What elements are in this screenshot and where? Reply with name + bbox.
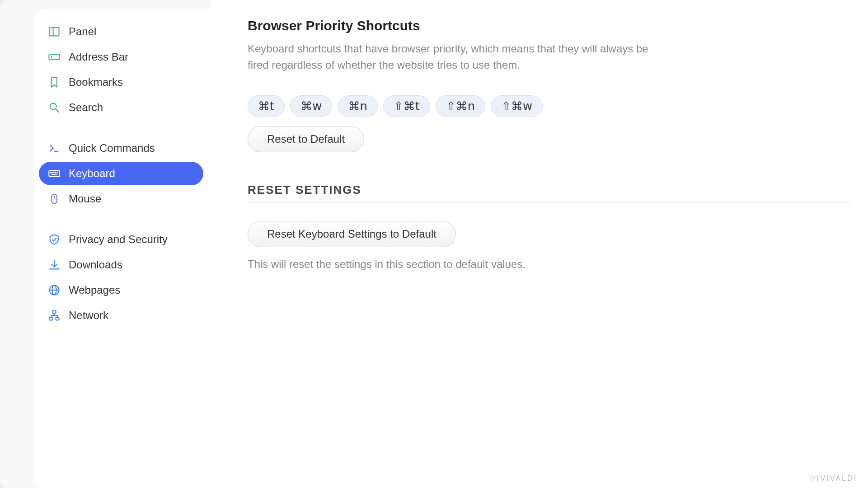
- divider: [248, 202, 850, 203]
- brand-label: V VIVALDI: [811, 474, 857, 483]
- sidebar-item-quickcommands[interactable]: Quick Commands: [39, 136, 203, 160]
- addressbar-icon: [48, 51, 61, 63]
- svg-point-11: [57, 172, 58, 173]
- download-icon: [48, 258, 61, 271]
- sidebar-item-search[interactable]: Search: [39, 96, 203, 119]
- settings-window: Panel Address Bar Bookmarks Search: [0, 0, 868, 488]
- quickcommands-icon: [48, 142, 61, 155]
- sidebar-item-downloads[interactable]: Downloads: [39, 253, 203, 277]
- reset-settings-header: RESET SETTINGS: [248, 183, 850, 197]
- shortcut-pill[interactable]: ⇧⌘w: [491, 95, 543, 117]
- sidebar-item-bookmarks[interactable]: Bookmarks: [39, 70, 203, 94]
- shortcut-pill[interactable]: ⌘n: [338, 95, 377, 117]
- sidebar-item-label: Keyboard: [69, 167, 115, 180]
- bookmark-icon: [48, 76, 61, 89]
- sidebar-item-label: Webpages: [69, 284, 120, 296]
- shortcut-pill[interactable]: ⌘t: [248, 95, 285, 117]
- network-icon: [48, 309, 61, 322]
- sidebar-item-label: Mouse: [69, 192, 101, 205]
- sidebar-item-label: Bookmarks: [69, 76, 123, 89]
- sidebar: Panel Address Bar Bookmarks Search: [0, 0, 211, 488]
- shield-icon: [48, 233, 61, 246]
- reset-keyboard-settings-button[interactable]: Reset Keyboard Settings to Default: [248, 221, 456, 247]
- sidebar-item-label: Search: [69, 101, 103, 114]
- sidebar-item-addressbar[interactable]: Address Bar: [39, 45, 203, 69]
- priority-shortcuts-title: Browser Priority Shortcuts: [248, 18, 850, 33]
- sidebar-item-label: Privacy and Security: [69, 233, 168, 246]
- svg-line-5: [56, 109, 59, 113]
- sidebar-item-panel[interactable]: Panel: [39, 20, 203, 43]
- divider: [211, 86, 868, 86]
- priority-shortcuts-desc: Keyboard shortcuts that have browser pri…: [248, 41, 654, 73]
- shortcut-pill[interactable]: ⇧⌘n: [436, 95, 485, 117]
- sidebar-item-label: Address Bar: [69, 51, 128, 63]
- keyboard-icon: [48, 167, 61, 180]
- sidebar-item-keyboard[interactable]: Keyboard: [39, 162, 203, 185]
- sidebar-item-label: Quick Commands: [69, 142, 155, 155]
- main-content: Browser Priority Shortcuts Keyboard shor…: [211, 0, 868, 488]
- svg-point-8: [51, 172, 52, 173]
- sidebar-item-network[interactable]: Network: [39, 304, 203, 327]
- shortcut-pill[interactable]: ⌘w: [290, 95, 332, 117]
- sidebar-item-label: Network: [69, 309, 108, 322]
- sidebar-item-label: Downloads: [69, 258, 122, 271]
- svg-rect-0: [50, 28, 59, 36]
- brand-text: VIVALDI: [821, 474, 857, 483]
- svg-rect-21: [56, 318, 59, 320]
- sidebar-item-webpages[interactable]: Webpages: [39, 278, 203, 302]
- mouse-icon: [48, 192, 61, 205]
- search-icon: [48, 101, 61, 114]
- vivaldi-icon: V: [811, 475, 818, 482]
- svg-rect-20: [50, 318, 53, 320]
- sidebar-item-privacy[interactable]: Privacy and Security: [39, 228, 203, 251]
- sidebar-item-mouse[interactable]: Mouse: [39, 187, 203, 211]
- svg-point-4: [50, 103, 56, 110]
- svg-rect-19: [53, 311, 56, 314]
- sidebar-inner: Panel Address Bar Bookmarks Search: [34, 9, 211, 488]
- svg-rect-7: [49, 170, 59, 177]
- svg-point-10: [55, 172, 56, 173]
- svg-point-9: [53, 172, 54, 173]
- shortcuts-list: ⌘t ⌘w ⌘n ⇧⌘t ⇧⌘n ⇧⌘w: [248, 95, 850, 117]
- sidebar-item-label: Panel: [69, 25, 96, 38]
- svg-rect-13: [52, 194, 57, 204]
- panel-icon: [48, 25, 61, 38]
- globe-icon: [48, 284, 61, 296]
- reset-shortcuts-button[interactable]: Reset to Default: [248, 126, 364, 152]
- reset-settings-note: This will reset the settings in this sec…: [248, 258, 850, 271]
- svg-rect-2: [49, 54, 59, 60]
- sidebar-spacer: [34, 121, 211, 135]
- sidebar-spacer: [34, 212, 211, 226]
- shortcut-pill[interactable]: ⇧⌘t: [383, 95, 430, 117]
